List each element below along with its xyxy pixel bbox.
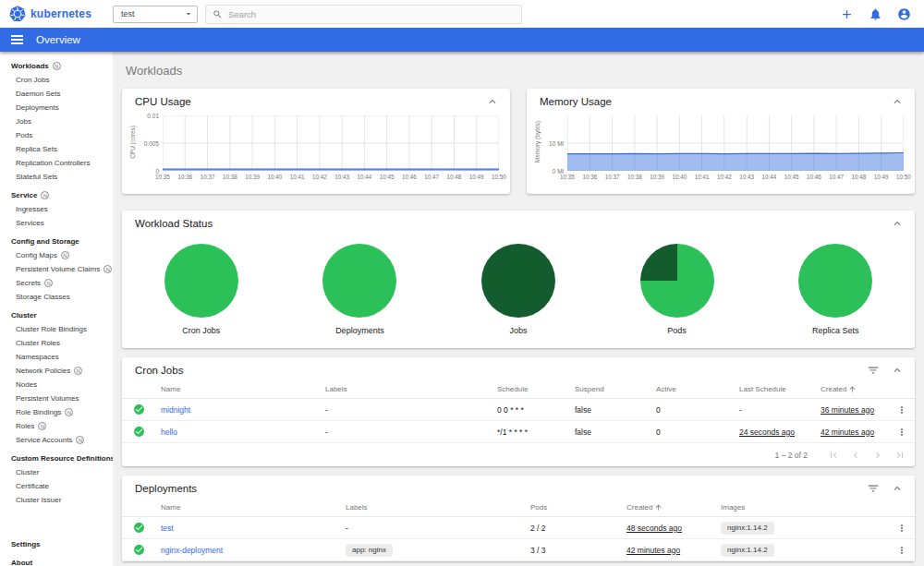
collapse-button[interactable] xyxy=(486,95,499,108)
column-header[interactable]: Pods xyxy=(530,503,626,512)
filter-button[interactable] xyxy=(867,482,880,495)
sidebar-entry[interactable]: Cron Jobs xyxy=(0,73,113,87)
column-header[interactable]: Suspend xyxy=(575,385,656,393)
sidebar-entry[interactable]: Daemon Sets xyxy=(0,87,113,101)
sidebar-footer-entry[interactable]: Settings xyxy=(0,535,113,553)
column-header[interactable]: Name xyxy=(161,503,346,512)
create-plus-icon[interactable] xyxy=(840,7,854,21)
namespace-select[interactable]: test xyxy=(113,6,198,23)
sidebar-entry[interactable]: Role Bindings N xyxy=(0,405,113,419)
collapse-button[interactable] xyxy=(891,95,904,108)
sidebar-entry-label: Jobs xyxy=(16,117,31,126)
sidebar-entry[interactable]: Config Maps N xyxy=(0,248,113,262)
resource-name-link[interactable]: hello xyxy=(161,428,325,437)
card-title: Cron Jobs xyxy=(135,365,856,376)
column-header[interactable]: Labels xyxy=(325,385,497,393)
search-input[interactable] xyxy=(228,9,515,19)
column-header[interactable]: Schedule xyxy=(497,385,575,393)
sidebar-entry[interactable]: Config and Storage xyxy=(0,235,113,248)
cpu-usage-card: CPU Usage CPU (cores) 0.010.0050 10:3510… xyxy=(122,89,510,194)
column-header[interactable]: Name xyxy=(161,385,325,393)
sidebar: Workloads N Cron Jobs Daemon Sets Deploy… xyxy=(0,52,113,566)
cell-schedule: 0 0 * * * xyxy=(497,405,575,415)
status-pie-chart xyxy=(481,244,555,318)
prev-page-button[interactable] xyxy=(850,450,861,461)
row-actions-button[interactable] xyxy=(896,427,907,438)
sidebar-entry[interactable]: Ingresses xyxy=(0,202,113,216)
sidebar-entry[interactable]: Jobs xyxy=(0,114,113,128)
collapse-button[interactable] xyxy=(891,364,904,377)
status-pie-label: Jobs xyxy=(509,326,527,335)
sidebar-entry-label: Workloads xyxy=(11,62,49,70)
sidebar-entry[interactable]: Cluster xyxy=(0,465,113,479)
sidebar-entry[interactable]: Nodes xyxy=(0,378,113,391)
sidebar-entry-label: Deployments xyxy=(16,103,59,112)
sidebar-entry[interactable]: Storage Classes xyxy=(0,290,113,304)
sidebar-entry[interactable]: Service N xyxy=(0,188,113,202)
account-user-icon[interactable] xyxy=(897,7,911,21)
sidebar-entry[interactable]: Pods xyxy=(0,128,113,142)
sidebar-entry-label: Settings xyxy=(11,540,41,548)
sidebar-entry[interactable]: Network Policies N xyxy=(0,364,113,378)
card-title: Deployments xyxy=(135,483,856,494)
column-header[interactable]: Labels xyxy=(346,503,530,512)
collapse-button[interactable] xyxy=(891,217,904,230)
memory-chart-plot: 10 Mi0 Mi xyxy=(567,115,904,171)
sidebar-entry-label: Role Bindings xyxy=(16,408,61,416)
next-page-button[interactable] xyxy=(872,450,883,461)
sidebar-entry-label: Secrets xyxy=(16,279,41,287)
filter-button[interactable] xyxy=(867,364,880,377)
sidebar-entry[interactable]: Namespaces xyxy=(0,350,113,364)
sidebar-entry-label: Daemon Sets xyxy=(16,90,60,98)
sidebar-entry[interactable]: Certificate xyxy=(0,479,113,493)
row-actions-button[interactable] xyxy=(896,523,907,534)
column-header-sorted[interactable]: Created xyxy=(821,385,876,393)
status-pie-cell: Cron Jobs xyxy=(122,244,281,335)
sidebar-entry[interactable]: Replica Sets xyxy=(0,142,113,156)
row-actions-button[interactable] xyxy=(896,404,907,415)
column-header[interactable]: Active xyxy=(656,385,739,393)
cell-labels: - xyxy=(325,405,497,415)
pagination-range-label: 1 – 2 of 2 xyxy=(775,451,808,460)
sidebar-entry[interactable]: Persistent Volumes xyxy=(0,391,113,405)
status-ok-icon xyxy=(133,522,161,534)
chevron-right-icon xyxy=(872,450,883,461)
last-page-button[interactable] xyxy=(894,450,906,461)
sidebar-entry[interactable]: Cluster Role Bindings xyxy=(0,322,113,336)
cell-suspend: false xyxy=(575,405,656,415)
sidebar-entry[interactable]: Cluster xyxy=(0,308,113,322)
sidebar-entry[interactable]: Service Accounts N xyxy=(0,433,113,447)
header-actions xyxy=(840,7,911,21)
sidebar-entry[interactable]: Stateful Sets xyxy=(0,170,113,184)
notifications-bell-icon[interactable] xyxy=(869,7,882,21)
sidebar-entry[interactable]: Workloads N xyxy=(0,59,113,73)
resource-name-link[interactable]: test xyxy=(161,524,346,533)
column-header-sorted[interactable]: Created xyxy=(626,503,721,512)
resource-name-link[interactable]: nginx-deployment xyxy=(161,546,346,555)
cell-images: nginx:1.14.2 xyxy=(721,522,876,535)
resource-name-link[interactable]: midnight xyxy=(161,405,325,415)
sidebar-entry[interactable]: Cluster Issuer xyxy=(0,493,113,507)
sidebar-entry[interactable]: Deployments xyxy=(0,101,113,114)
column-header[interactable]: Last Schedule xyxy=(739,385,821,393)
kubernetes-brand[interactable]: kubernetes xyxy=(9,6,113,22)
sidebar-entry[interactable]: Persistent Volume Claims N xyxy=(0,262,113,276)
sidebar-footer-entry[interactable]: About xyxy=(0,553,113,566)
sidebar-entry[interactable]: Cluster Roles xyxy=(0,336,113,350)
memory-usage-card: Memory Usage Memory (bytes) 10 Mi0 Mi 10… xyxy=(527,89,915,194)
sidebar-entry[interactable]: Services xyxy=(0,216,113,230)
collapse-button[interactable] xyxy=(891,482,904,495)
filter-list-icon xyxy=(867,482,880,495)
sidebar-entry[interactable]: Secrets N xyxy=(0,276,113,290)
sidebar-entry[interactable]: Custom Resource Definitions xyxy=(0,452,113,465)
menu-hamburger-icon[interactable] xyxy=(11,35,23,44)
sidebar-entry-label: Service Accounts xyxy=(16,436,72,444)
app-bar: Overview xyxy=(0,28,924,52)
sidebar-entry-label: Roles xyxy=(16,422,34,430)
sidebar-entry[interactable]: Replication Controllers xyxy=(0,156,113,170)
status-pie-label: Replica Sets xyxy=(812,326,859,335)
row-actions-button[interactable] xyxy=(896,545,907,556)
column-header[interactable]: Images xyxy=(721,503,876,512)
sidebar-entry[interactable]: Roles N xyxy=(0,419,113,433)
first-page-button[interactable] xyxy=(828,450,839,461)
